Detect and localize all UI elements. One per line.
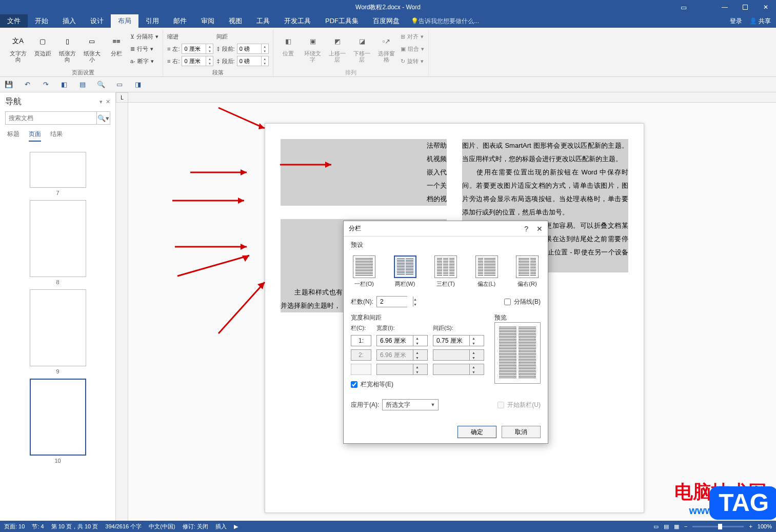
page-thumbnails[interactable]: 7 8 9 10 [0,145,115,521]
nav-tab-headings[interactable]: 标题 [7,130,19,142]
thumbnail-7[interactable] [30,152,86,188]
dialog-help-icon[interactable]: ? [524,225,528,233]
nav-tab-results[interactable]: 结果 [50,130,63,142]
preset-one[interactable]: 一栏(O) [351,253,377,290]
num-columns-input[interactable] [377,297,413,307]
tab-design[interactable]: 设计 [83,14,111,28]
undo-icon[interactable]: ↶ [22,79,33,90]
tab-review[interactable]: 审阅 [194,14,222,28]
spacing-after-input[interactable] [237,56,261,66]
zoom-out-icon[interactable]: − [684,523,687,529]
status-words[interactable]: 394/2616 个字 [105,523,142,530]
login-button[interactable]: 登录 [730,17,742,26]
dialog-close-icon[interactable]: ✕ [536,225,543,233]
columns-button[interactable]: ≡≡分栏 [106,31,127,58]
svg-line-10 [218,282,265,333]
ruler-tab-selector[interactable]: L [116,92,128,103]
apply-to-select[interactable]: 所选文字▼ [382,399,439,410]
redo-icon[interactable]: ↷ [40,79,51,90]
hyphenation-button[interactable]: a- 断字 ▾ [130,55,158,67]
qat-icon-4[interactable]: ▭ [114,79,125,90]
align-button: ⊞ 对齐 ▾ [401,31,424,42]
new-column-label: 开始新栏(U) [507,401,541,409]
svg-line-0 [218,108,265,128]
view-print-icon[interactable]: ▤ [664,523,669,530]
save-icon[interactable]: 💾 [3,79,14,90]
tab-insert[interactable]: 插入 [55,14,83,28]
orientation-button[interactable]: ▯纸张方向 [56,31,78,65]
qat-icon-2[interactable]: ▤ [77,79,88,90]
cancel-button[interactable]: 取消 [502,426,541,438]
status-page[interactable]: 页面: 10 [4,523,25,530]
size-button[interactable]: ▭纸张大小 [81,31,103,65]
dialog-titlebar[interactable]: 分栏 ? ✕ [344,221,548,237]
qat-icon-3[interactable]: 🔍 [95,79,107,90]
status-section[interactable]: 节: 4 [32,523,44,530]
breaks-button[interactable]: ⊻ 分隔符 ▾ [130,31,158,42]
equal-width-checkbox[interactable]: 栏宽相等(E) [351,380,484,389]
col-2-spacing-input [433,350,469,360]
tab-layout[interactable]: 布局 [111,14,138,28]
line-numbers-button[interactable]: ≣ 行号 ▾ [130,43,158,54]
margins-button[interactable]: ▢页边距 [32,31,53,58]
col-header-width: 宽度(I): [376,324,428,332]
status-revisions[interactable]: 修订: 关闭 [183,523,208,530]
preset-two[interactable]: 两栏(W) [392,253,419,290]
status-page-of[interactable]: 第 10 页，共 10 页 [51,523,98,530]
preset-right[interactable]: 偏右(R) [514,253,541,290]
qat-icon-1[interactable]: ◧ [58,79,70,90]
col-3-width-input [377,364,413,375]
status-macro-icon[interactable]: ▶ [234,523,238,530]
spinner-icon[interactable]: ▲▼ [413,297,417,307]
spacing-before-input[interactable] [237,44,261,53]
text-direction-button[interactable]: 文A文字方向 [7,31,29,65]
maximize-button[interactable] [735,0,755,14]
preset-three[interactable]: 三栏(T) [432,253,459,290]
preset-left[interactable]: 偏左(L) [473,253,500,290]
tab-pdf[interactable]: PDF工具集 [318,14,366,28]
close-button[interactable]: ✕ [755,0,776,14]
nav-pin-icon[interactable]: ▾ [100,98,103,105]
minimize-button[interactable]: — [714,0,735,14]
separator-checkbox[interactable]: 分隔线(B) [504,298,541,306]
nav-close-icon[interactable]: ✕ [106,98,110,105]
tab-home[interactable]: 开始 [28,14,55,28]
status-lang[interactable]: 中文(中国) [149,523,175,530]
quick-access-toolbar: 💾 ↶ ↷ ◧ ▤ 🔍 ▭ ◨ [0,77,776,92]
status-insert[interactable]: 插入 [215,523,227,530]
col-1-spacing-input[interactable] [433,336,469,346]
tab-view[interactable]: 视图 [222,14,249,28]
spinner-icon[interactable]: ▲▼ [206,44,213,53]
nav-tab-pages[interactable]: 页面 [29,130,41,142]
tab-mailings[interactable]: 邮件 [166,14,194,28]
tab-baidu[interactable]: 百度网盘 [366,14,407,28]
zoom-in-icon[interactable]: + [749,523,752,529]
selection-pane-button[interactable]: ▫↗选择窗格 [376,31,397,65]
thumbnail-8[interactable] [30,200,86,277]
rotate-button: ↻ 旋转 ▾ [401,55,424,67]
tab-references[interactable]: 引用 [138,14,166,28]
share-button[interactable]: 👤 共享 [749,17,771,26]
nav-search-input[interactable] [6,114,96,122]
tab-tools[interactable]: 工具 [249,14,277,28]
ribbon-display-options-icon[interactable]: ▭ [673,0,694,14]
view-web-icon[interactable]: ▦ [674,523,679,530]
zoom-slider[interactable] [692,526,744,527]
zoom-level[interactable]: 100% [758,523,772,529]
indent-left-input[interactable] [182,44,206,53]
ok-button[interactable]: 确定 [457,426,496,438]
thumbnail-9[interactable] [30,289,86,366]
indent-right-input[interactable] [182,56,206,66]
tab-developer[interactable]: 开发工具 [277,14,318,28]
thumbnail-10[interactable] [30,379,86,456]
annotation-arrow [167,193,249,208]
vertical-ruler[interactable] [116,103,128,521]
col-1-width-input[interactable] [377,336,413,346]
qat-icon-5[interactable]: ◨ [132,79,144,90]
tell-me[interactable]: 💡 告诉我您想要做什么... [411,14,479,28]
horizontal-ruler[interactable] [128,92,776,103]
search-icon[interactable]: 🔍▾ [96,112,110,124]
doc-text: 使用在需要位置出现的新按钮在 Word 中保存时间。若要更改图片适应文档的方式，… [462,166,628,219]
tab-file[interactable]: 文件 [0,14,28,28]
view-read-icon[interactable]: ▭ [653,523,659,530]
